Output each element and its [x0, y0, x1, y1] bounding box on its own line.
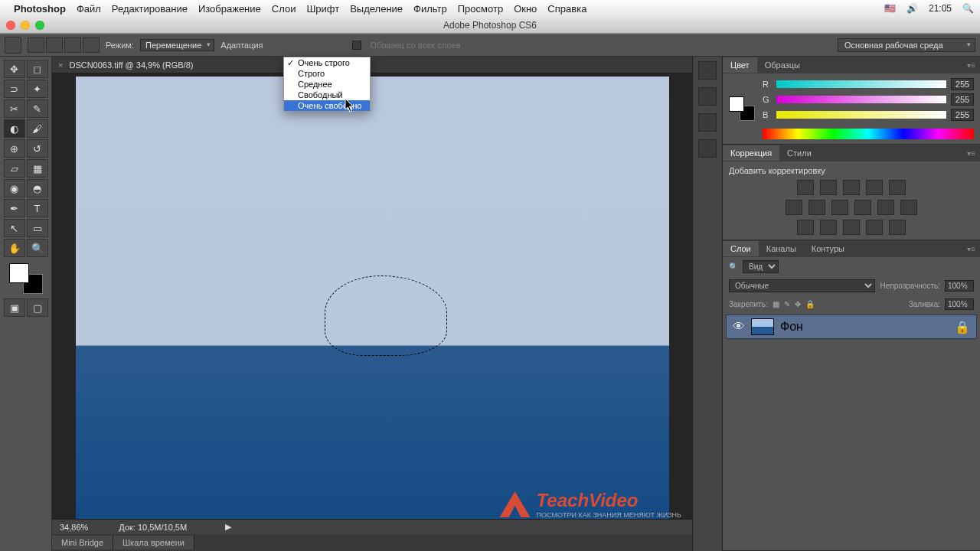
wand-tool[interactable]: ✦ — [27, 80, 48, 98]
lasso-tool[interactable]: ⊃ — [4, 80, 25, 98]
g-slider[interactable] — [776, 96, 946, 103]
menu-filter[interactable]: Фильтр — [413, 3, 447, 15]
gradient-tool[interactable]: ▦ — [27, 159, 48, 178]
tab-adjustments[interactable]: Коррекция — [723, 145, 779, 161]
document-tab[interactable]: × DSCN0063.tiff @ 34,9% (RGB/8) — [52, 57, 692, 73]
filter-type-icon[interactable] — [817, 262, 829, 272]
menu-select[interactable]: Выделение — [350, 3, 403, 15]
quickmask-tool[interactable]: ▣ — [4, 298, 25, 317]
blur-tool[interactable]: ◉ — [4, 179, 25, 197]
color-spectrum[interactable] — [763, 129, 974, 139]
lock-pos-icon[interactable]: ✥ — [795, 300, 801, 308]
adj-threshold-icon[interactable] — [843, 220, 860, 235]
adj-selectivecolor-icon[interactable] — [889, 220, 906, 235]
sample-all-checkbox[interactable] — [352, 41, 361, 50]
tab-styles[interactable]: Стили — [779, 145, 819, 161]
canvas[interactable] — [76, 77, 669, 519]
g-value[interactable]: 255 — [951, 93, 974, 106]
properties-panel-icon[interactable] — [698, 87, 717, 106]
patch-transparent-icon[interactable] — [83, 37, 100, 53]
hand-tool[interactable]: ✋ — [4, 239, 25, 257]
filter-adjust-icon[interactable] — [800, 262, 812, 272]
filter-shape-icon[interactable] — [834, 262, 846, 272]
fg-swatch[interactable] — [9, 263, 29, 283]
r-value[interactable]: 255 — [951, 78, 974, 90]
adj-colorbalance-icon[interactable] — [808, 200, 825, 215]
eraser-tool[interactable]: ▱ — [4, 159, 25, 178]
history-brush-tool[interactable]: ↺ — [27, 139, 48, 158]
menu-image[interactable]: Изображение — [198, 3, 261, 15]
crop-tool[interactable]: ✂ — [4, 99, 25, 118]
panel-menu-icon[interactable]: ▾≡ — [959, 58, 980, 73]
adj-posterize-icon[interactable] — [820, 220, 837, 235]
adj-colorlookup-icon[interactable] — [900, 200, 917, 215]
shape-tool[interactable]: ▭ — [27, 219, 48, 237]
lock-all-icon[interactable]: 🔒 — [805, 300, 815, 308]
history-panel-icon[interactable] — [698, 61, 717, 80]
b-value[interactable]: 255 — [951, 109, 974, 121]
tab-color[interactable]: Цвет — [723, 57, 757, 73]
patch-tool[interactable]: ◐ — [4, 119, 25, 138]
b-slider[interactable] — [776, 111, 946, 119]
blend-mode-select[interactable]: Обычные — [729, 279, 875, 292]
menu-file[interactable]: Файл — [77, 3, 101, 15]
adj-gradientmap-icon[interactable] — [866, 220, 883, 235]
tab-paths[interactable]: Контуры — [804, 241, 852, 256]
path-tool[interactable]: ↖ — [4, 219, 25, 237]
visibility-icon[interactable]: 👁 — [733, 320, 745, 334]
patch-dest-icon[interactable] — [46, 37, 63, 53]
adj-hue-icon[interactable] — [786, 200, 802, 215]
tab-layers[interactable]: Слои — [723, 241, 759, 256]
filter-pixel-icon[interactable] — [783, 262, 795, 272]
search-icon[interactable]: 🔍 — [729, 262, 738, 271]
patch-pattern-icon[interactable] — [64, 37, 81, 53]
layer-filter-select[interactable]: Вид — [743, 260, 779, 273]
menu-type[interactable]: Шрифт — [306, 3, 339, 15]
dd-item-very-loose[interactable]: Очень свободно — [284, 100, 370, 111]
volume-icon[interactable]: 🔊 — [906, 3, 918, 14]
canvas-viewport[interactable] — [60, 73, 684, 519]
menu-layers[interactable]: Слои — [272, 3, 296, 15]
screenmode-tool[interactable]: ▢ — [27, 298, 48, 317]
adj-levels-icon[interactable] — [820, 180, 837, 195]
adj-photofilter-icon[interactable] — [854, 200, 871, 215]
layer-name[interactable]: Фон — [780, 320, 803, 334]
adj-brightness-icon[interactable] — [797, 180, 814, 195]
color-swatches[interactable] — [9, 263, 43, 294]
filter-smart-icon[interactable] — [851, 262, 863, 272]
mini-swatches[interactable] — [729, 96, 755, 121]
dd-item-very-strict[interactable]: Очень строго — [284, 57, 370, 68]
tab-minibridge[interactable]: Mini Bridge — [52, 536, 113, 549]
adj-curves-icon[interactable] — [843, 180, 860, 195]
fill-input[interactable] — [945, 298, 974, 310]
lock-trans-icon[interactable]: ▦ — [773, 300, 779, 308]
mode-select[interactable]: Перемещение — [140, 39, 214, 51]
paragraph-panel-icon[interactable] — [698, 139, 717, 158]
tab-channels[interactable]: Каналы — [759, 241, 804, 256]
dodge-tool[interactable]: ◓ — [27, 179, 48, 197]
menu-view[interactable]: Просмотр — [458, 3, 503, 15]
eyedropper-tool[interactable]: ✎ — [27, 99, 48, 118]
status-arrow-icon[interactable]: ▶ — [225, 522, 231, 532]
spotlight-icon[interactable]: 🔍 — [962, 3, 974, 14]
menu-window[interactable]: Окно — [514, 3, 537, 15]
menu-edit[interactable]: Редактирование — [112, 3, 188, 15]
zoom-value[interactable]: 34,86% — [60, 523, 88, 532]
menu-help[interactable]: Справка — [547, 3, 586, 15]
marquee-tool[interactable]: ◻ — [27, 60, 48, 78]
brush-tool[interactable]: 🖌 — [27, 119, 48, 138]
dd-item-loose[interactable]: Свободный — [284, 90, 370, 100]
dd-item-strict[interactable]: Строго — [284, 68, 370, 79]
opacity-input[interactable] — [945, 280, 974, 292]
adj-bw-icon[interactable] — [831, 200, 848, 215]
panel-menu-icon[interactable]: ▾≡ — [959, 242, 980, 256]
zoom-tool[interactable]: 🔍 — [27, 239, 48, 257]
flag-icon[interactable]: 🇺🇸 — [884, 3, 896, 14]
stamp-tool[interactable]: ⊕ — [4, 139, 25, 158]
type-tool[interactable]: T — [27, 199, 48, 217]
lock-paint-icon[interactable]: ✎ — [784, 300, 790, 308]
panel-menu-icon[interactable]: ▾≡ — [959, 146, 980, 161]
tab-close-icon[interactable]: × — [58, 60, 63, 70]
adj-vibrance-icon[interactable] — [889, 180, 906, 195]
character-panel-icon[interactable] — [698, 113, 717, 132]
